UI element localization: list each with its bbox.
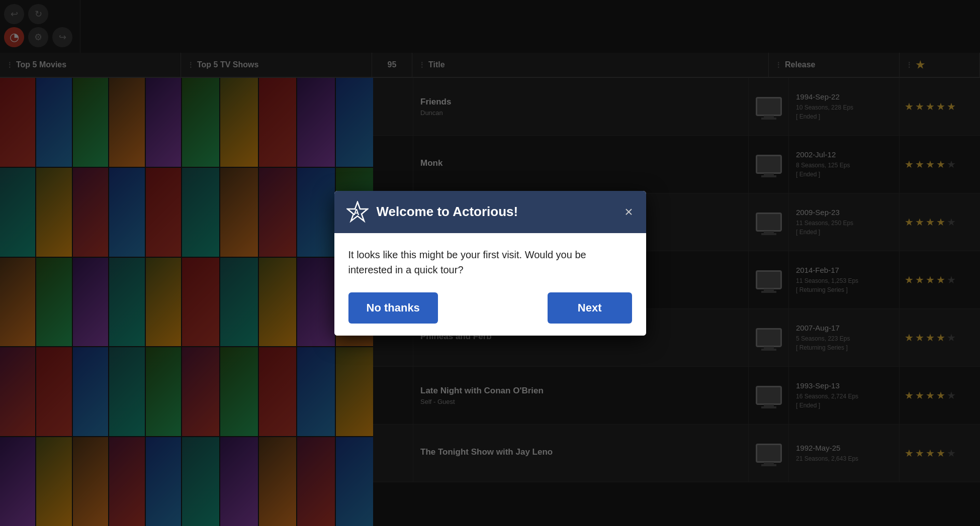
- dialog-message: It looks like this might be your first v…: [348, 247, 632, 277]
- close-button[interactable]: ×: [622, 203, 635, 221]
- dialog-title: Welcome to Actorious!: [377, 204, 518, 220]
- dialog-buttons: No thanks Next: [348, 292, 632, 324]
- dialog-header-left: A Welcome to Actorious!: [345, 200, 518, 224]
- dialog-header: A Welcome to Actorious! ×: [334, 191, 646, 233]
- welcome-dialog: A Welcome to Actorious! × It looks like …: [334, 191, 646, 336]
- no-thanks-button[interactable]: No thanks: [348, 292, 438, 324]
- svg-text:A: A: [353, 208, 360, 217]
- dialog-body: It looks like this might be your first v…: [334, 233, 646, 336]
- logo-icon: A: [346, 201, 369, 223]
- app-logo: A: [345, 200, 370, 224]
- next-button[interactable]: Next: [548, 292, 632, 324]
